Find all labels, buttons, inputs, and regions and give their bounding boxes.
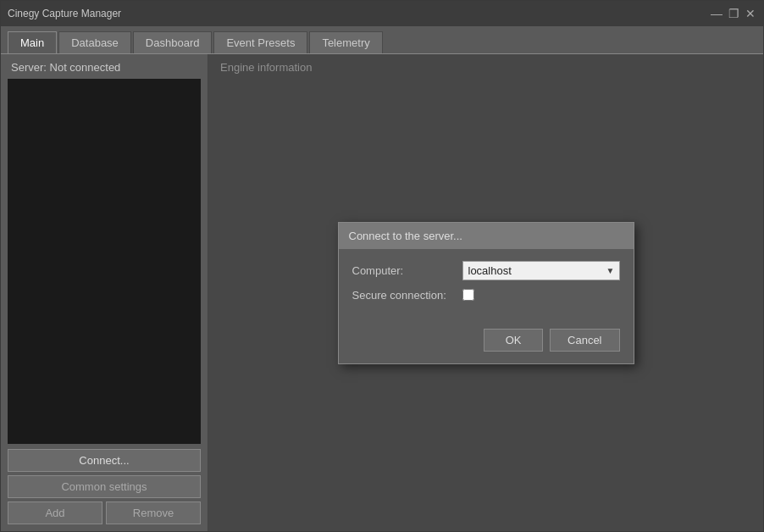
left-button-group: Connect... Common settings Add Remove: [1, 444, 208, 531]
modal-body: Computer: localhost 127.0.0.1 Secure con…: [339, 249, 634, 322]
title-bar-controls: — ❐ ✕: [711, 8, 756, 19]
computer-select-wrapper: localhost 127.0.0.1: [462, 261, 620, 280]
common-settings-button[interactable]: Common settings: [8, 475, 201, 498]
computer-select[interactable]: localhost 127.0.0.1: [462, 261, 620, 280]
modal-footer: OK Cancel: [339, 322, 634, 363]
tab-bar: Main Database Dashboard Event Presets Te…: [1, 26, 763, 53]
tab-main[interactable]: Main: [8, 31, 57, 54]
window-title: Cinegy Capture Manager: [8, 8, 121, 19]
secure-connection-row: Secure connection:: [352, 289, 620, 302]
content-area: Server: Not connected Connect... Common …: [1, 53, 763, 531]
add-remove-row: Add Remove: [8, 502, 201, 524]
main-window: Cinegy Capture Manager — ❐ ✕ Main Databa…: [0, 0, 764, 532]
add-button[interactable]: Add: [8, 502, 102, 524]
computer-label: Computer:: [352, 264, 462, 277]
tab-database[interactable]: Database: [58, 31, 131, 53]
cancel-button[interactable]: Cancel: [550, 329, 619, 352]
right-panel: Engine information Connect to the server…: [208, 54, 763, 531]
title-bar: Cinegy Capture Manager — ❐ ✕: [1, 1, 763, 26]
computer-row: Computer: localhost 127.0.0.1: [352, 261, 620, 280]
secure-connection-label: Secure connection:: [352, 289, 462, 302]
minimize-button[interactable]: —: [711, 8, 722, 19]
close-button[interactable]: ✕: [745, 8, 756, 19]
restore-button[interactable]: ❐: [728, 8, 739, 19]
modal-overlay: Connect to the server... Computer: local…: [208, 54, 763, 531]
connect-dialog: Connect to the server... Computer: local…: [338, 222, 634, 364]
server-list: [8, 79, 201, 444]
remove-button[interactable]: Remove: [106, 502, 201, 524]
tab-telemetry[interactable]: Telemetry: [309, 31, 382, 53]
connect-button[interactable]: Connect...: [8, 449, 201, 472]
left-panel: Server: Not connected Connect... Common …: [1, 54, 208, 531]
tab-dashboard[interactable]: Dashboard: [133, 31, 213, 53]
modal-title-bar: Connect to the server...: [339, 223, 634, 249]
modal-title: Connect to the server...: [349, 230, 462, 242]
server-status-label: Server: Not connected: [1, 54, 208, 79]
tab-event-presets[interactable]: Event Presets: [213, 31, 307, 53]
secure-connection-checkbox[interactable]: [462, 289, 474, 301]
ok-button[interactable]: OK: [484, 329, 543, 352]
